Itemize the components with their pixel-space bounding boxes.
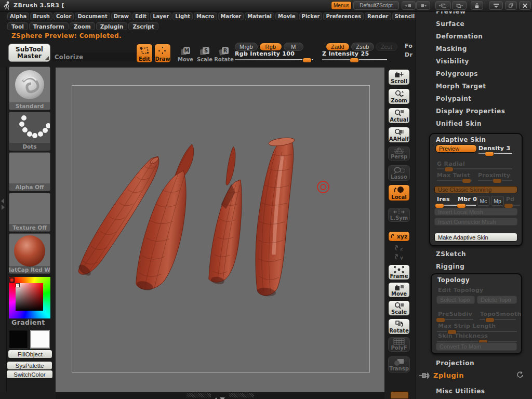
mc-button[interactable]: Mc xyxy=(477,196,490,206)
menu-item[interactable]: Color xyxy=(54,12,74,20)
stroke-selector[interactable]: Dots xyxy=(9,112,50,151)
scale-mode-button[interactable]: S Scale xyxy=(196,44,213,63)
material-selector[interactable]: MatCap Red Wa xyxy=(9,233,50,274)
edit-topology-label[interactable]: Edit Topology xyxy=(438,287,484,294)
subpalette-header[interactable]: Polygroups xyxy=(416,70,532,77)
slider-handle[interactable] xyxy=(350,58,359,63)
lasso-button[interactable]: Lasso xyxy=(388,165,410,181)
menu-item[interactable]: Picker xyxy=(299,12,323,20)
edit-mode-button[interactable]: Edit xyxy=(136,44,153,63)
lock-icon[interactable] xyxy=(471,1,483,10)
switch-color-button[interactable]: SwitchColor xyxy=(6,370,53,379)
canvas-hscroll-left[interactable] xyxy=(187,393,211,397)
menu-item[interactable]: Transform xyxy=(29,22,69,30)
menu-item[interactable]: Brush xyxy=(30,12,52,20)
select-topo-button[interactable]: Select Topo xyxy=(436,296,475,304)
xyz-rotate-button[interactable]: xyz xyxy=(388,231,410,242)
canvas-updown-arrows[interactable] xyxy=(214,393,225,399)
menu-item[interactable]: Zscript xyxy=(128,22,158,30)
subpalette-header[interactable]: Deformation xyxy=(416,32,532,40)
zcut-button[interactable]: Zcut xyxy=(376,43,397,51)
zadd-button[interactable]: Zadd xyxy=(326,43,350,51)
subpalette-header[interactable]: Visibility xyxy=(416,57,532,65)
move-mode-button[interactable]: M Move xyxy=(177,44,194,63)
menu-item[interactable]: Render xyxy=(365,12,391,20)
aahalf-button[interactable]: AAHalf xyxy=(388,127,410,143)
slider-handle[interactable] xyxy=(485,151,494,156)
rgb-button[interactable]: Rgb xyxy=(259,43,282,51)
menu-item[interactable]: Document xyxy=(75,12,110,20)
subtool-master-button[interactable]: SubTool Master xyxy=(8,44,50,62)
perspective-button[interactable]: Persp xyxy=(388,147,410,161)
sculpt-canvas[interactable] xyxy=(56,68,384,392)
delete-topo-button[interactable]: Delete Topo xyxy=(477,296,517,304)
mp-button[interactable]: Mp xyxy=(491,196,504,206)
sv-square[interactable] xyxy=(16,283,43,311)
rotate-mode-button[interactable]: R Rotate xyxy=(216,44,232,63)
frame-button[interactable]: Frame xyxy=(388,264,410,280)
menu-item[interactable]: Marker xyxy=(218,12,244,20)
make-adaptive-skin-button[interactable]: Make Adaptive Skin xyxy=(434,233,517,242)
zsketch-header[interactable]: ZSketch xyxy=(416,250,532,258)
rotate-z-icon[interactable]: z xyxy=(392,244,406,252)
menu-item[interactable]: Tool xyxy=(7,22,28,30)
zoom-canvas-button[interactable]: Zoom xyxy=(388,88,410,104)
cycle-ui-left-icon[interactable] xyxy=(435,1,451,10)
subpalette-header[interactable]: Polypaint xyxy=(416,95,532,102)
subpalette-header[interactable]: Unified Skin xyxy=(416,119,532,127)
insert-connector-mesh-button[interactable]: Insert Connector Mesh xyxy=(434,218,517,225)
floor-button-partial[interactable] xyxy=(390,391,409,399)
m-button[interactable]: M xyxy=(284,43,303,51)
alpha-selector[interactable]: Alpha Off xyxy=(9,152,50,191)
menu-item[interactable]: Light xyxy=(172,12,193,20)
texture-selector[interactable]: Texture Off xyxy=(9,193,50,232)
subpalette-header[interactable]: Morph Target xyxy=(416,82,532,90)
menu-item[interactable]: Stencil xyxy=(392,12,418,20)
restore-icon[interactable] xyxy=(505,1,517,10)
menu-item[interactable]: Zplugin xyxy=(96,22,128,30)
subpalette-header[interactable]: Surface xyxy=(416,20,532,28)
brush-selector[interactable]: Standard xyxy=(9,66,50,110)
polyframe-button[interactable]: PolyF xyxy=(388,337,410,352)
rigging-header[interactable]: Rigging xyxy=(416,262,532,270)
mrgb-button[interactable]: Mrgb xyxy=(235,43,258,51)
scroll-canvas-button[interactable]: Scroll xyxy=(388,69,410,85)
local-transform-button[interactable]: Local xyxy=(388,184,410,201)
zplugin-header-row[interactable]: Zplugin xyxy=(416,370,532,381)
menu-item[interactable]: Alpha xyxy=(7,12,29,20)
menus-button[interactable]: Menus xyxy=(331,1,352,10)
topology-title[interactable]: Topology xyxy=(437,276,470,284)
projection-header[interactable]: Projection xyxy=(416,359,532,367)
cycle-ui-right-icon[interactable] xyxy=(452,1,467,10)
default-zscript-button[interactable]: DefaultZScript xyxy=(353,1,399,10)
slider-handle[interactable] xyxy=(302,58,312,63)
rotate-y-icon[interactable]: y xyxy=(392,253,406,261)
menu-item[interactable]: Macro xyxy=(194,12,217,20)
subpalette-header[interactable]: Masking xyxy=(416,45,532,52)
sys-palette-button[interactable]: SysPalette xyxy=(7,361,52,370)
main-color-swatch[interactable] xyxy=(9,330,28,349)
zsub-button[interactable]: Zsub xyxy=(351,43,374,51)
menu-item[interactable]: Zoom xyxy=(70,22,95,30)
gradient-label[interactable]: Gradient xyxy=(11,318,45,326)
insert-local-mesh-button[interactable]: Insert Local Mesh xyxy=(434,208,517,216)
fill-object-button[interactable]: FillObject xyxy=(8,350,52,358)
menu-item[interactable]: Movie xyxy=(275,12,298,20)
current-color-swatch[interactable] xyxy=(9,277,15,283)
rotate-canvas-button[interactable]: Rotate xyxy=(388,318,410,335)
adaptive-skin-title[interactable]: Adaptive Skin xyxy=(436,136,486,143)
colorize-toggle[interactable]: Colorize xyxy=(52,52,136,61)
actual-size-button[interactable]: Actual xyxy=(388,108,410,124)
dock-left-icon[interactable] xyxy=(402,1,416,10)
use-classic-skinning-button[interactable]: Use Classic Skinning xyxy=(434,186,517,193)
close-icon[interactable] xyxy=(519,1,531,10)
lsym-button[interactable]: L.Sym xyxy=(388,208,410,222)
menu-item[interactable]: Edit xyxy=(132,12,149,20)
color-picker[interactable] xyxy=(9,277,50,318)
misc-utilities-header[interactable]: Misc Utilities xyxy=(416,387,532,395)
draw-mode-button[interactable]: Draw xyxy=(154,44,171,63)
scale-canvas-button[interactable]: Scale xyxy=(388,300,410,316)
convert-to-main-button[interactable]: Convert To Main xyxy=(436,342,517,351)
secondary-color-swatch[interactable] xyxy=(30,330,50,349)
move-canvas-button[interactable]: Move xyxy=(388,282,410,298)
